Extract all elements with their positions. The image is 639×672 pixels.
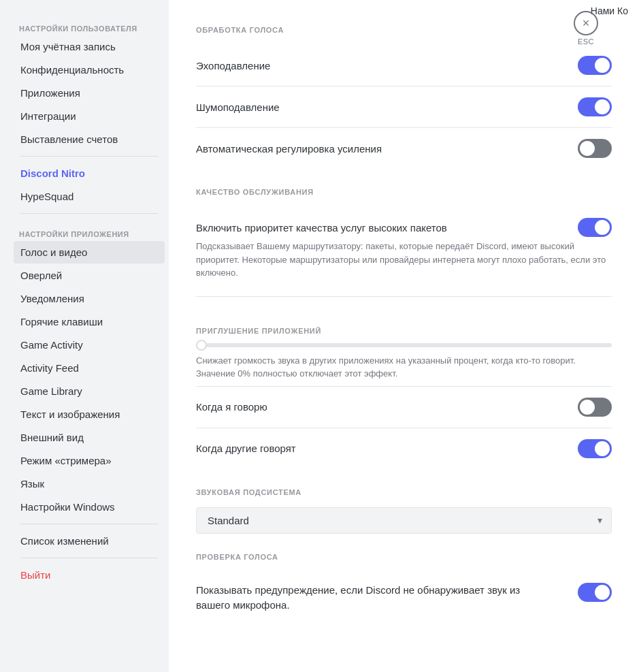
user-settings-label: НАСТРОЙКИ ПОЛЬЗОВАТЕЛЯ bbox=[14, 14, 165, 35]
attenuation-description: Снижает громкость звука в других приложе… bbox=[196, 354, 612, 381]
auto-gain-row: Автоматическая регулировка усиления bbox=[196, 128, 612, 169]
sidebar-item-streamer-mode[interactable]: Режим «стримера» bbox=[14, 449, 165, 472]
voice-check-row: Показывать предупреждение, если Discord … bbox=[196, 572, 612, 624]
audio-subsystem-dropdown-wrapper: Standard Legacy ▾ bbox=[196, 507, 612, 534]
sidebar-divider-3 bbox=[20, 524, 158, 524]
sidebar-item-language[interactable]: Язык bbox=[14, 473, 165, 495]
sidebar-item-text-images[interactable]: Текст и изображения bbox=[14, 403, 165, 426]
noise-suppression-toggle[interactable] bbox=[578, 97, 612, 116]
qos-toggle[interactable] bbox=[578, 218, 612, 237]
sidebar-item-hypesquad[interactable]: HypeSquad bbox=[14, 185, 165, 208]
sidebar-item-windows-settings[interactable]: Настройки Windows bbox=[14, 496, 165, 518]
when-others-speak-label: Когда другие говорят bbox=[196, 443, 296, 454]
sidebar-item-voice-video[interactable]: Голос и видео bbox=[14, 241, 165, 263]
sidebar-item-hotkeys[interactable]: Горячие клавиши bbox=[14, 310, 165, 333]
qos-row-top: Включить приоритет качества услуг высоки… bbox=[196, 218, 612, 237]
auto-gain-label: Автоматическая регулировка усиления bbox=[196, 143, 382, 155]
sidebar: НАСТРОЙКИ ПОЛЬЗОВАТЕЛЯ Моя учётная запис… bbox=[0, 0, 169, 672]
sidebar-divider-1 bbox=[20, 156, 158, 157]
sidebar-item-notifications[interactable]: Уведомления bbox=[14, 287, 165, 310]
voice-check-text: Показывать предупреждение, если Discord … bbox=[196, 583, 536, 613]
sidebar-item-appearance[interactable]: Внешний вид bbox=[14, 426, 165, 449]
sidebar-item-game-library[interactable]: Game Library bbox=[14, 380, 165, 402]
when-others-speak-row: Когда другие говорят bbox=[196, 428, 612, 469]
attenuation-slider-container: ПРИГЛУШЕНИЕ ПРИЛОЖЕНИЙ Снижает громкость… bbox=[196, 316, 612, 387]
voice-check-section: ПРОВЕРКА ГОЛОСА Показывать предупреждени… bbox=[196, 553, 612, 624]
voice-processing-section: ОБРАБОТКА ГОЛОСА Эхоподавление Шумоподав… bbox=[196, 26, 612, 169]
echo-cancellation-toggle[interactable] bbox=[578, 56, 612, 75]
sidebar-item-overlay[interactable]: Оверлей bbox=[14, 264, 165, 287]
auto-gain-toggle[interactable] bbox=[578, 139, 612, 158]
qos-label: Включить приоритет качества услуг высоки… bbox=[196, 222, 447, 234]
sidebar-item-integrations[interactable]: Интеграции bbox=[14, 105, 165, 127]
close-button[interactable]: × bbox=[574, 11, 598, 35]
voice-check-toggle[interactable] bbox=[578, 583, 612, 602]
when-others-speak-toggle[interactable] bbox=[578, 439, 612, 458]
attenuation-section: ПРИГЛУШЕНИЕ ПРИЛОЖЕНИЙ Снижает громкость… bbox=[196, 316, 612, 469]
qos-row: Включить приоритет качества услуг высоки… bbox=[196, 207, 612, 297]
esc-button-container: × ESC bbox=[574, 11, 598, 46]
sidebar-divider-2 bbox=[20, 213, 158, 214]
sidebar-item-privacy[interactable]: Конфиденциальность bbox=[14, 59, 165, 81]
qos-description: Подсказывает Вашему маршрутизатору: паке… bbox=[196, 240, 612, 280]
qos-section: КАЧЕСТВО ОБСЛУЖИВАНИЯ Включить приоритет… bbox=[196, 188, 612, 297]
when-i-speak-toggle[interactable] bbox=[578, 398, 612, 417]
app-settings-label: НАСТРОЙКИ ПРИЛОЖЕНИЯ bbox=[14, 219, 165, 241]
echo-cancellation-row: Эхоподавление bbox=[196, 45, 612, 86]
audio-subsystem-label: ЗВУКОВАЯ ПОДСИСТЕМА bbox=[196, 488, 612, 496]
qos-section-label: КАЧЕСТВО ОБСЛУЖИВАНИЯ bbox=[196, 188, 612, 196]
sidebar-item-changelog[interactable]: Список изменений bbox=[14, 530, 165, 552]
when-i-speak-row: Когда я говорю bbox=[196, 387, 612, 428]
audio-subsystem-select[interactable]: Standard Legacy bbox=[196, 507, 612, 534]
noise-suppression-row: Шумоподавление bbox=[196, 86, 612, 128]
main-content: Нами Ко × ESC ОБРАБОТКА ГОЛОСА Эхоподавл… bbox=[169, 0, 639, 672]
esc-label: ESC bbox=[578, 37, 594, 46]
sidebar-divider-4 bbox=[20, 558, 158, 558]
when-i-speak-label: Когда я говорю bbox=[196, 401, 267, 413]
sidebar-item-billing[interactable]: Выставление счетов bbox=[14, 128, 165, 150]
sidebar-item-logout[interactable]: Выйти bbox=[14, 564, 165, 586]
sidebar-item-activity-feed[interactable]: Activity Feed bbox=[14, 357, 165, 379]
attenuation-slider-track[interactable] bbox=[196, 343, 612, 347]
attenuation-slider-thumb[interactable] bbox=[196, 340, 207, 351]
audio-subsystem-section: ЗВУКОВАЯ ПОДСИСТЕМА Standard Legacy ▾ bbox=[196, 488, 612, 534]
sidebar-item-discord-nitro[interactable]: Discord Nitro bbox=[14, 162, 165, 185]
voice-processing-label: ОБРАБОТКА ГОЛОСА bbox=[196, 26, 612, 34]
sidebar-item-game-activity[interactable]: Game Activity bbox=[14, 334, 165, 356]
sidebar-item-apps[interactable]: Приложения bbox=[14, 82, 165, 104]
voice-check-label: ПРОВЕРКА ГОЛОСА bbox=[196, 553, 612, 561]
audio-subsystem-dropdown-container: Standard Legacy ▾ bbox=[196, 507, 612, 534]
echo-cancellation-label: Эхоподавление bbox=[196, 60, 270, 71]
sidebar-item-my-account[interactable]: Моя учётная запись bbox=[14, 35, 165, 58]
attenuation-label: ПРИГЛУШЕНИЕ ПРИЛОЖЕНИЙ bbox=[196, 327, 612, 335]
noise-suppression-label: Шумоподавление bbox=[196, 101, 280, 113]
